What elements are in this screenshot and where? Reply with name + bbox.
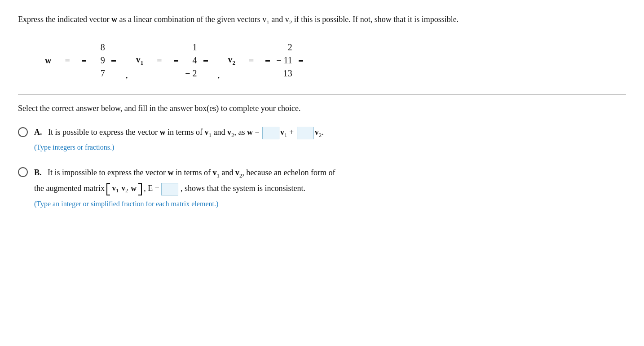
option-a-content: A. It is possible to express the vector … — [34, 126, 626, 153]
option-a-eq: = — [253, 128, 261, 137]
statement-text-3: and — [269, 15, 285, 24]
eq1: = — [65, 55, 70, 66]
option-b-shows: , shows that the system is inconsistent. — [181, 184, 305, 193]
option-b-v1: v1 — [212, 168, 220, 177]
eq2: = — [157, 55, 162, 66]
option-b-aug-label: the augmented matrix — [34, 184, 106, 193]
option-b-text4: , because an echelon form of — [242, 168, 335, 177]
option-b-text3: and — [220, 168, 235, 177]
option-a-v2b: v2 — [315, 128, 322, 137]
comma1: , — [126, 70, 128, 80]
option-a-text1: It is possible to express the vector — [48, 128, 159, 137]
augmented-matrix: v1 v2 w — [106, 182, 141, 195]
w-label: w — [45, 55, 51, 66]
option-a-text-row: A. It is possible to express the vector … — [34, 126, 626, 140]
statement-text-2: as a linear combination of the given vec… — [117, 15, 262, 24]
aug-left-bracket — [106, 183, 110, 195]
v1-label: v1 — [136, 54, 144, 67]
answer-box-a2[interactable] — [297, 127, 314, 139]
option-a-period: . — [322, 128, 324, 137]
option-b-hint: (Type an integer or simplified fraction … — [34, 198, 626, 210]
w-vector-label: w — [111, 15, 117, 24]
aug-v1: v1 — [112, 182, 119, 195]
option-b-line1: B. It is impossible to express the vecto… — [34, 166, 626, 181]
option-a-w2: w — [247, 128, 253, 137]
option-a-v2: v2 — [227, 128, 234, 137]
option-b: B. It is impossible to express the vecto… — [18, 166, 626, 210]
v1-text: v1 — [262, 15, 269, 24]
matrices-display: w = 8 9 7 , v1 = 1 4 − 2 , v2 = 2 − 1 — [45, 39, 626, 82]
option-b-text2: in terms of — [173, 168, 212, 177]
statement-text-1: Express the indicated vector — [18, 15, 111, 24]
option-b-content: B. It is impossible to express the vecto… — [34, 166, 626, 210]
statement-text-4: if this is possible. If not, show that i… — [292, 15, 459, 24]
v2-text: v2 — [285, 15, 292, 24]
radio-b[interactable] — [18, 167, 28, 177]
aug-v2: v2 — [121, 182, 128, 195]
option-b-w: w — [168, 168, 173, 177]
option-a-text3: and — [212, 128, 227, 137]
select-instruction: Select the correct answer below, and fil… — [18, 104, 626, 113]
option-b-line2: the augmented matrix v1 v2 w , E = , sho… — [34, 182, 626, 196]
option-b-v2: v2 — [235, 168, 243, 177]
option-a: A. It is possible to express the vector … — [18, 126, 626, 153]
option-a-text4: , as — [234, 128, 247, 137]
answer-box-b[interactable] — [161, 183, 178, 195]
option-a-v1b: v1 — [280, 128, 287, 137]
v2-label: v2 — [228, 54, 236, 67]
v1-vector: 1 4 − 2 — [174, 39, 208, 82]
problem-statement: Express the indicated vector w as a line… — [18, 13, 602, 27]
aug-w: w — [131, 182, 136, 195]
section-divider — [18, 94, 626, 95]
aug-content: v1 v2 w — [110, 182, 138, 195]
aug-right-bracket — [138, 183, 142, 195]
w-vector: 8 9 7 — [82, 39, 116, 82]
option-a-letter: A. — [34, 128, 42, 137]
option-a-text2: in terms of — [165, 128, 204, 137]
option-a-hint: (Type integers or fractions.) — [34, 142, 626, 153]
option-b-letter: B. — [34, 168, 42, 177]
comma2: , — [218, 70, 220, 80]
radio-a[interactable] — [18, 127, 28, 137]
eq3: = — [249, 55, 254, 66]
option-a-w: w — [159, 128, 165, 137]
option-b-text1: It is impossible to express the vector — [48, 168, 168, 177]
option-b-eq-E: , E = — [144, 184, 161, 193]
option-a-v1: v1 — [204, 128, 212, 137]
option-a-plus: + — [287, 128, 296, 137]
answer-box-a1[interactable] — [262, 127, 279, 139]
v2-vector: 2 − 11 13 — [265, 39, 303, 82]
